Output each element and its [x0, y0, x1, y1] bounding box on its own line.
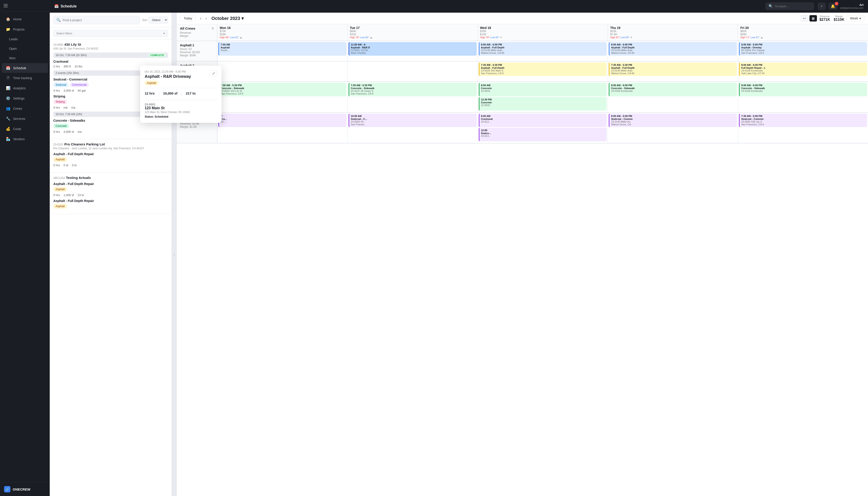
crews-revenue-row: Revenue: [180, 31, 214, 34]
calendar-event[interactable]: 8:00 AM - 6:00 PM Concrete - Sidewalk 23… [739, 83, 867, 96]
service-tags: Asphalt [53, 204, 168, 208]
event-header: 16 Oct, 7:30 AM (2h 30m) COMPLETE [53, 52, 168, 58]
calendar-event[interactable]: 7:30 AM - 5:30 PM Concrete - Sidewalk 23… [349, 83, 477, 96]
calendar-event[interactable]: 7:30 AM - 5:30 PM Concrete - Sidewalk 23… [218, 83, 347, 96]
home-icon: 🏠 [6, 17, 11, 21]
popup-header: Oct 16, 2023, 11:00 AM - 6:30 PM Asphalt… [177, 70, 217, 85]
sidebar-item-label: Crews [13, 107, 22, 110]
calendar-event[interactable]: 7:30 AM - 5:00 PM Sealcoat - Commer 23-0… [739, 113, 867, 127]
calendar-event[interactable]: 7:00 AM Asphalt South... [218, 42, 347, 56]
service-metrics: 0 hrs 1,000 sf 23 tn [53, 193, 168, 197]
sidebar-item-projects[interactable]: 📁 Projects [2, 25, 48, 34]
topbar-actions: ＋ 🔔 2 Ari ari@getonecrew.com [818, 2, 864, 10]
calendar-event[interactable]: 7: Cra... 23-... [218, 113, 347, 127]
logo-text: ONECREW [13, 487, 30, 491]
sidebar-item-label: Projects [13, 28, 25, 31]
sidebar-item-label: Vendors [13, 137, 25, 141]
day-name: Mon 16 [220, 26, 345, 30]
calendar-event[interactable]: 7:30 AM - 5:30 PM Asphalt - Full Depth 2… [479, 62, 607, 76]
sidebar-item-settings[interactable]: ⚙️ Settings [2, 93, 48, 103]
filter-select[interactable]: Select filters ▾ [53, 30, 168, 37]
calendar-event[interactable]: 10:00 AM Sealcoat - C... 23-0092 43... S… [349, 113, 477, 127]
service-row: Asphalt - Full Depth Repair Asphalt 0 hr… [53, 152, 168, 167]
next-month-button[interactable]: › [204, 15, 209, 22]
content-area: 🔍 Sort Oldest Newest Name Select filters… [50, 13, 868, 496]
calendar-event[interactable]: 12:30 PM Concrete 22-0010 [479, 97, 607, 111]
filter-placeholder: Select filters [56, 32, 72, 35]
revenue-margin-display: Revenue $271K Margin $110K [819, 15, 844, 22]
crew-margin: Margin: $1.9K [180, 125, 214, 128]
calendar-event[interactable]: 8:00 AM - 6:00 PM Asphalt - Full Depth 2… [609, 42, 737, 56]
metric-qty1: 0 sf [64, 164, 68, 167]
calendar-body: Asphalt 1 Hours: 52 Revenue: $132K Margi… [177, 41, 868, 496]
hamburger-menu[interactable] [4, 4, 8, 7]
crews-margin-row: Margin: [180, 34, 214, 37]
calendar-event[interactable]: 8:00 AM - 5:00 PM Sealcoat - Comme 23-01… [609, 113, 737, 127]
analytics-icon: 📊 [6, 86, 11, 90]
metric-qty1: 300 ft [64, 65, 71, 68]
day-header-fri: Fri 20 $60K $28K High 71° Low 61° ☁ [738, 24, 868, 41]
prev-month-button[interactable]: ‹ [198, 15, 203, 22]
popup-title: Asphalt - R&R Driveway [177, 74, 191, 79]
popup-divider [177, 88, 217, 88]
sidebar-item-analytics[interactable]: 📊 Analytics [2, 83, 48, 93]
notifications-button[interactable]: 🔔 2 [829, 3, 837, 10]
crew-day-cell: 11:00 AM - 6: Asphalt - R&R D 23-0001 12… [348, 41, 478, 61]
project-card: 23-0101 Pro Cleaners Parking Lot Pro Cle… [50, 139, 172, 173]
sidebar-item-costs[interactable]: 💰 Costs [2, 124, 48, 134]
day-margin: $29K [220, 33, 345, 36]
add-button[interactable]: ＋ [818, 2, 826, 10]
sort-select[interactable]: Oldest Newest Name [148, 16, 168, 24]
metric-qty2: 40 gal [78, 89, 85, 92]
calendar-event[interactable]: 12:00 Sealco... 23-013... [479, 128, 607, 141]
calendar-event[interactable]: 8:00 AM - 6:00 PM Full Depth Repair - L … [739, 62, 867, 76]
sidebar-item-leads[interactable]: Leads [2, 35, 48, 44]
schedule-icon: 📅 [6, 66, 11, 70]
calendar-event[interactable]: 7:30 AM - 5:30 PM Asphalt - Full Depth 2… [609, 62, 737, 76]
calendar-month-title[interactable]: October 2023 ▾ [211, 16, 244, 21]
undo-button[interactable]: ↩ [801, 15, 808, 22]
calendar-event[interactable]: 8:00 AM Crackseal 23-013... [479, 113, 607, 127]
popup-status: Status: Scheduled [177, 115, 217, 118]
popup-expand-button[interactable]: ⤢ [210, 70, 217, 77]
calendar-event[interactable]: 8:00 AM - 6:00 PM Asphalt - Full Depth 2… [479, 42, 607, 56]
sidebar-item-services[interactable]: 🔧 Services [2, 114, 48, 124]
today-button[interactable]: Today [180, 15, 195, 22]
grid-view-button[interactable]: ▦ [809, 15, 817, 22]
margin-value: $110K [834, 18, 844, 22]
revenue-value: $271K [819, 18, 830, 22]
sidebar-item-label: Won [9, 56, 16, 60]
calendar-event[interactable]: 8:00 AM - 6:00 PM Asphalt - Overlay IR-2… [739, 42, 867, 56]
metric-qty2: 10 lbs [74, 65, 82, 68]
tag: Asphalt [53, 187, 67, 191]
user-name: Ari [859, 3, 864, 6]
crews-column-header: All Crews ⇅ Revenue: Margin: [177, 24, 218, 41]
sidebar-item-label: Time tracking [13, 76, 32, 80]
calendar-event[interactable]: 11:00 AM - 6: Asphalt - R&R D 23-0001 12… [349, 42, 477, 56]
project-search-input[interactable] [63, 18, 137, 22]
sidebar-item-label: Analytics [13, 87, 26, 90]
crew-day-cell: 7:30 AM - 5:30 PM Concrete - Sidewalk 23… [348, 82, 478, 112]
notification-badge: 2 [835, 2, 838, 5]
popup-content-left: Oct 16, 2023, 11:00 AM - 6:30 PM Asphalt… [177, 70, 191, 85]
metric-hours: 0 hrs [53, 130, 60, 134]
crew-day-cell: 7:30 AM - 5:30 PM Asphalt - Full Depth 2… [608, 62, 738, 81]
day-margin: $7.8K [610, 33, 736, 36]
search-input[interactable] [775, 4, 811, 8]
project-search-box[interactable]: 🔍 [53, 16, 140, 24]
sidebar-item-won[interactable]: Won [2, 53, 48, 63]
sidebar-item-time-tracking[interactable]: ⏱ Time tracking [2, 73, 48, 83]
calendar-event[interactable]: 8:00 AM Concrete 22-0010 [479, 83, 607, 96]
view-select[interactable]: Week ▾ [847, 15, 864, 22]
service-name: Asphalt - Full Depth Repair [53, 199, 168, 203]
sidebar-item-open[interactable]: Open [2, 44, 48, 53]
sidebar-item-schedule[interactable]: 📅 Schedule [2, 63, 48, 73]
day-margin: $28K [740, 33, 866, 36]
sidebar-item-crews[interactable]: 👥 Crews [2, 104, 48, 113]
sidebar-item-home[interactable]: 🏠 Home [2, 14, 48, 24]
crew-day-cell: 7: Cra... 23-... [218, 113, 348, 143]
topbar-search[interactable]: 🔍 [766, 2, 814, 10]
sidebar-item-vendors[interactable]: 🏪 Vendors [2, 134, 48, 144]
main-area: 📅 Schedule 🔍 ＋ 🔔 2 Ari ari@getonecrew.co… [50, 0, 868, 496]
calendar-event[interactable]: 8:00 AM - 6:00 PM Concrete - Sidewalk 23… [609, 83, 737, 96]
